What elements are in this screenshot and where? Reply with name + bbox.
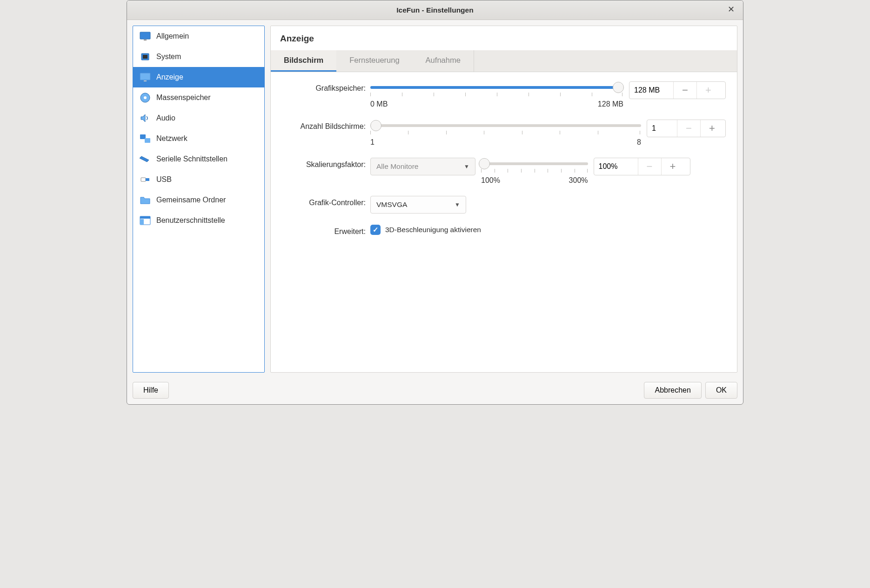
sidebar-item-label: Audio: [156, 114, 175, 122]
svg-rect-14: [140, 219, 144, 225]
svg-point-7: [144, 96, 147, 99]
tab-remote[interactable]: Fernsteuerung: [336, 50, 412, 72]
monitors-label: Anzahl Bildschirme:: [282, 120, 370, 131]
tab-bar: Bildschirm Fernsteuerung Aufnahme: [271, 50, 737, 72]
sidebar-item-label: USB: [156, 175, 172, 184]
scale-decrement[interactable]: −: [638, 158, 661, 175]
sidebar-item-label: Netzwerk: [156, 134, 187, 143]
monitors-min: 1: [370, 138, 375, 147]
sidebar-item-label: Allgemein: [156, 32, 189, 40]
close-button[interactable]: ✕: [725, 4, 736, 15]
controller-dropdown[interactable]: VMSVGA ▼: [370, 196, 466, 214]
sidebar-item-label: Benutzerschnittstelle: [156, 216, 225, 225]
scale-monitor-value: Alle Monitore: [376, 162, 418, 171]
sidebar-item-system[interactable]: System: [133, 47, 264, 67]
chip-icon: [139, 50, 152, 63]
page-title: Anzeige: [271, 26, 737, 50]
monitors-decrement[interactable]: −: [677, 120, 700, 137]
monitors-input[interactable]: [647, 120, 677, 137]
3d-acceleration-checkbox[interactable]: ✓: [370, 225, 381, 235]
svg-rect-10: [141, 178, 146, 181]
speaker-icon: [139, 112, 152, 125]
serial-icon: [139, 153, 152, 166]
usb-icon: [139, 173, 152, 186]
sidebar-item-label: Massenspeicher: [156, 94, 211, 102]
category-sidebar: Allgemein System Anzeige Massenspeicher: [133, 26, 265, 373]
video-memory-increment[interactable]: +: [696, 82, 720, 99]
scale-label: Skalierungsfaktor:: [282, 158, 370, 169]
ok-button[interactable]: OK: [705, 382, 737, 399]
scale-input[interactable]: [594, 158, 638, 175]
video-memory-spinbox: − +: [629, 81, 726, 99]
video-memory-label: Grafikspeicher:: [282, 81, 370, 93]
video-memory-slider[interactable]: [370, 81, 623, 94]
svg-rect-4: [140, 73, 150, 80]
titlebar: IceFun - Einstellungen ✕: [127, 0, 743, 20]
chevron-down-icon: ▼: [455, 201, 460, 208]
sidebar-item-audio[interactable]: Audio: [133, 108, 264, 128]
sidebar-item-shared[interactable]: Gemeinsame Ordner: [133, 190, 264, 210]
settings-window: IceFun - Einstellungen ✕ Allgemein Syste…: [127, 0, 743, 405]
layout-icon: [139, 214, 152, 227]
scale-spinbox: − +: [594, 158, 690, 175]
svg-rect-9: [145, 138, 150, 143]
sidebar-item-network[interactable]: Netzwerk: [133, 128, 264, 149]
window-title: IceFun - Einstellungen: [396, 6, 473, 14]
3d-acceleration-label: 3D-Beschleunigung aktivieren: [385, 226, 481, 234]
folder-icon: [139, 194, 152, 207]
video-memory-input[interactable]: [629, 82, 673, 99]
network-icon: [139, 132, 152, 145]
tab-recording[interactable]: Aufnahme: [413, 50, 474, 72]
sidebar-item-general[interactable]: Allgemein: [133, 26, 264, 47]
display-icon: [139, 71, 152, 84]
video-memory-decrement[interactable]: −: [673, 82, 696, 99]
monitors-increment[interactable]: +: [700, 120, 723, 137]
sidebar-item-label: Anzeige: [156, 73, 183, 81]
video-memory-max: 128 MB: [598, 100, 623, 108]
video-memory-min: 0 MB: [370, 100, 388, 108]
main-panel: Anzeige Bildschirm Fernsteuerung Aufnahm…: [270, 26, 737, 373]
sidebar-item-serial[interactable]: Serielle Schnittstellen: [133, 149, 264, 169]
svg-rect-5: [144, 80, 147, 81]
extended-label: Erweitert:: [282, 225, 370, 236]
help-button[interactable]: Hilfe: [133, 382, 169, 399]
scale-slider[interactable]: [481, 158, 588, 170]
chevron-down-icon: ▼: [464, 163, 469, 170]
scale-increment[interactable]: +: [661, 158, 684, 175]
sidebar-item-ui[interactable]: Benutzerschnittstelle: [133, 210, 264, 231]
svg-rect-3: [143, 55, 147, 59]
controller-label: Grafik-Controller:: [282, 196, 370, 207]
dialog-footer: Hilfe Abbrechen OK: [127, 378, 743, 404]
sidebar-item-storage[interactable]: Massenspeicher: [133, 87, 264, 108]
monitors-max: 8: [637, 138, 641, 147]
monitor-icon: [139, 30, 152, 43]
svg-rect-0: [140, 32, 150, 39]
scale-max: 300%: [569, 176, 588, 185]
sidebar-item-usb[interactable]: USB: [133, 169, 264, 190]
svg-rect-13: [140, 216, 150, 219]
sidebar-item-label: System: [156, 53, 181, 61]
disk-icon: [139, 91, 152, 104]
svg-rect-1: [144, 40, 147, 40]
controller-value: VMSVGA: [376, 200, 407, 209]
sidebar-item-label: Gemeinsame Ordner: [156, 196, 226, 204]
svg-rect-11: [146, 178, 149, 181]
monitors-spinbox: − +: [647, 120, 726, 137]
sidebar-item-display[interactable]: Anzeige: [133, 67, 264, 87]
cancel-button[interactable]: Abbrechen: [644, 382, 701, 399]
monitors-slider[interactable]: [370, 120, 641, 132]
scale-monitor-dropdown[interactable]: Alle Monitore ▼: [370, 158, 475, 175]
sidebar-item-label: Serielle Schnittstellen: [156, 155, 228, 163]
tab-screen[interactable]: Bildschirm: [271, 50, 336, 72]
scale-min: 100%: [481, 176, 500, 185]
